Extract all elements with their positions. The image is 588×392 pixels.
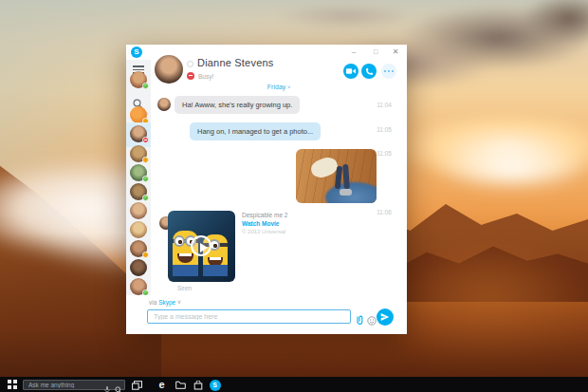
chevron-down-icon: ˅ [177,299,181,306]
contact-avatar[interactable] [130,259,147,276]
read-receipt: Seen [177,285,192,291]
contact-avatar[interactable] [130,145,147,162]
date-separator[interactable]: Friday ˅ [151,84,407,90]
skype-window: S – □ ✕ ✓ › ✓ ✓ [126,45,407,334]
incoming-message-bubble: Ha! Awww, she's really growing up. [175,96,300,114]
message-timestamp: 11:06 [377,209,392,215]
message-sender-avatar [157,98,171,111]
wallpaper-cloud [275,4,417,28]
video-meta: © 2013 Universal [242,229,285,234]
contact-name: Dianne Stevens [197,57,273,68]
edge-browser-icon[interactable]: e [156,379,168,391]
wallpaper-haze [379,242,588,375]
away-status-badge [142,252,149,258]
contact-status: Busy! [198,73,213,80]
contact-avatar[interactable] [130,221,147,238]
contact-rail: ✓ › ✓ ✓ ✓ [126,60,151,299]
skype-taskbar-icon[interactable]: S [209,379,221,391]
task-view-icon[interactable] [131,379,143,391]
emoji-icon[interactable] [367,312,377,329]
maximize-button[interactable]: □ [367,45,384,60]
contact-avatar[interactable]: ✓ [130,164,147,181]
contact-avatar[interactable]: ✓ [130,278,147,295]
contact-avatar[interactable]: ✓ [130,183,147,200]
skype-logo-icon: S [131,47,142,58]
chevron-right-icon: › [146,110,148,116]
ellipsis-icon [384,70,386,72]
shared-photo[interactable] [296,149,377,203]
video-title: Despicable me 2 [242,212,287,218]
message-input[interactable] [147,309,351,324]
close-button[interactable]: ✕ [387,45,404,60]
video-camera-icon [346,67,356,75]
online-status-badge: ✓ [142,176,149,182]
video-call-button[interactable] [343,64,358,79]
conversation-avatar[interactable] [155,55,183,84]
photo-child [340,189,352,196]
self-avatar[interactable]: ✓ [130,71,147,88]
minimize-button[interactable]: – [345,45,362,60]
composer: via Skype ˅ [126,295,407,334]
via-selector[interactable]: via Skype ˅ [149,299,181,306]
contact-avatar[interactable] [130,240,147,257]
play-icon[interactable] [191,235,211,256]
paper-plane-icon [380,312,390,322]
wallpaper-mountain [398,216,588,302]
wallpaper-cloud [522,0,588,45]
desktop: S – □ ✕ ✓ › ✓ ✓ [0,0,588,392]
message-timestamp: 11:04 [377,102,392,108]
recent-contacts-avatar[interactable] [130,106,147,123]
phone-icon [365,67,374,76]
chevron-down-icon: ˅ [287,84,290,90]
wallpaper-cloud [432,142,588,195]
outgoing-message-bubble: Hang on, I managed to get a photo... [190,122,321,140]
watch-movie-link[interactable]: Watch Movie [242,220,280,227]
search-icon[interactable] [115,381,122,392]
video-thumbnail[interactable] [168,211,235,282]
message-timestamp: 11:05 [377,150,392,157]
file-explorer-icon[interactable] [175,379,187,391]
contact-avatar[interactable] [130,202,147,219]
windows-logo-icon [8,380,11,383]
busy-status-badge [142,137,149,143]
online-status-badge: ✓ [142,195,149,201]
send-button[interactable] [377,308,394,326]
message-timestamp: 11:05 [377,126,392,133]
busy-icon [187,72,194,80]
wallpaper-cloud [398,5,588,71]
microphone-icon[interactable] [104,381,110,392]
start-button[interactable] [8,380,17,389]
more-options-button[interactable] [381,64,396,79]
taskbar: e S [0,377,588,392]
wallpaper-cloud [398,112,588,183]
attachment-icon[interactable] [356,312,364,329]
online-status-badge: ✓ [142,83,149,89]
audio-call-button[interactable] [361,64,377,79]
presence-ring-icon [187,61,193,67]
away-status-badge [142,157,149,163]
store-icon[interactable] [192,379,204,391]
contact-avatar-dianne[interactable] [130,125,147,142]
